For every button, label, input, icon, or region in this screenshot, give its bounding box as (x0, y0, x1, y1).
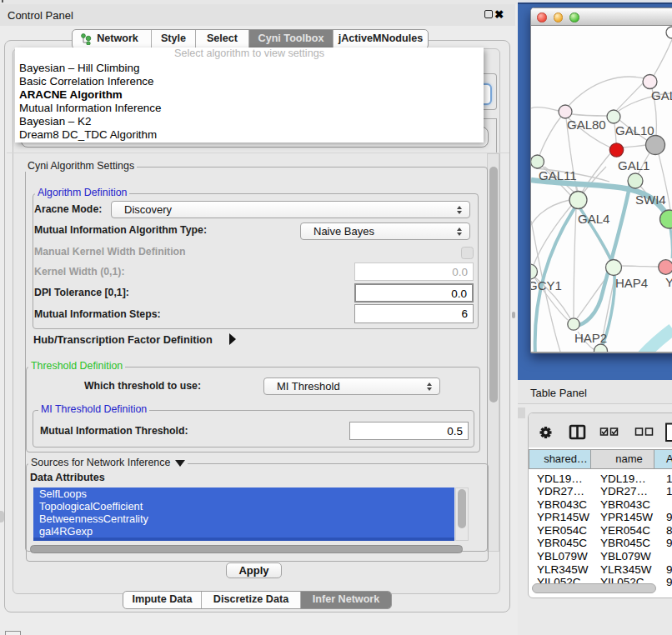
svg-text:GAL10: GAL10 (615, 123, 654, 138)
svg-text:HAP4: HAP4 (615, 276, 648, 290)
svg-text:GAL7: GAL7 (651, 88, 672, 102)
svg-text:Y: Y (665, 275, 672, 289)
svg-text:HAP2: HAP2 (574, 331, 607, 345)
svg-text:GAL4: GAL4 (578, 212, 609, 226)
svg-text:GAL80: GAL80 (567, 118, 606, 132)
svg-text:SWI4: SWI4 (635, 192, 666, 207)
svg-text:GAL11: GAL11 (539, 168, 577, 182)
svg-text:GAL1: GAL1 (618, 158, 649, 172)
svg-text:GCY1: GCY1 (531, 278, 562, 292)
